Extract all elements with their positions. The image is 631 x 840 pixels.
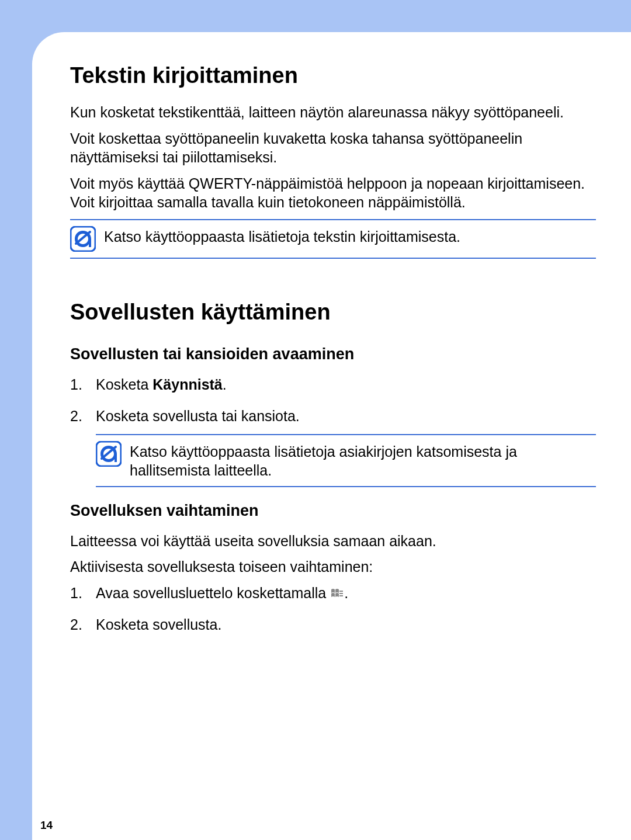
step-item: Kosketa sovellusta tai kansiota. Katso k…: [70, 407, 596, 487]
subheading-open-apps: Sovellusten tai kansioiden avaaminen: [70, 345, 596, 363]
note-icon: [70, 226, 96, 252]
note-callout: Katso käyttöoppaasta lisätietoja asiakir…: [96, 434, 596, 487]
step-text: .: [223, 376, 227, 393]
paragraph: Kun kosketat tekstikenttää, laitteen näy…: [70, 103, 596, 122]
step-text: Kosketa sovellusta.: [96, 616, 221, 633]
steps-open-apps: Kosketa Käynnistä. Kosketa sovellusta ta…: [70, 375, 596, 487]
paragraph: Voit myös käyttää QWERTY-näppäimistöä he…: [70, 174, 596, 212]
step-text: Kosketa: [96, 376, 152, 393]
heading-text-entry: Tekstin kirjoittaminen: [70, 63, 596, 88]
step-item: Kosketa sovellusta.: [70, 615, 596, 634]
steps-switch-app: Avaa sovellusluettelo koskettamalla . Ko…: [70, 584, 596, 634]
paragraph: Voit koskettaa syöttöpaneelin kuvaketta …: [70, 129, 596, 167]
windows-flag-icon: [330, 585, 344, 596]
step-bold: Käynnistä: [152, 376, 222, 393]
note-text: Katso käyttöoppaasta lisätietoja tekstin…: [104, 225, 596, 247]
subheading-switch-app: Sovelluksen vaihtaminen: [70, 502, 596, 520]
step-text: Kosketa sovellusta tai kansiota.: [96, 408, 300, 424]
heading-using-apps: Sovellusten käyttäminen: [70, 300, 596, 325]
step-item: Kosketa Käynnistä.: [70, 375, 596, 394]
paragraph: Laitteessa voi käyttää useita sovelluksi…: [70, 532, 596, 551]
step-item: Avaa sovellusluettelo koskettamalla .: [70, 584, 596, 603]
note-callout: Katso käyttöoppaasta lisätietoja tekstin…: [70, 219, 596, 259]
step-text: Avaa sovellusluettelo koskettamalla: [96, 585, 330, 601]
page-number: 14: [40, 819, 53, 832]
note-icon: [96, 441, 122, 467]
note-text: Katso käyttöoppaasta lisätietoja asiakir…: [130, 440, 596, 480]
paragraph: Aktiivisesta sovelluksesta toiseen vaiht…: [70, 557, 596, 577]
manual-page: Tekstin kirjoittaminen Kun kosketat teks…: [32, 32, 631, 840]
step-text: .: [344, 585, 348, 601]
